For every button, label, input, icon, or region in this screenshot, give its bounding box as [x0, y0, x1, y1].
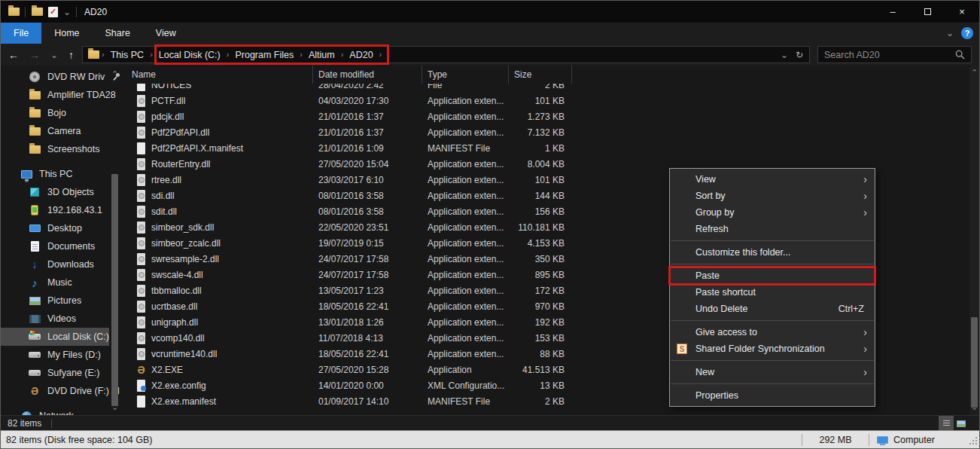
disc-drive-icon: [29, 71, 41, 83]
breadcrumb-item[interactable]: This PC: [105, 50, 149, 60]
menu-item-refresh[interactable]: Refresh: [670, 221, 875, 237]
file-date: 14/01/2020 0:00: [313, 380, 422, 391]
menu-item-properties[interactable]: Properties: [670, 387, 875, 404]
list-scrollbar[interactable]: ⌃ ⌄: [969, 66, 979, 415]
tab-home[interactable]: Home: [41, 23, 92, 44]
back-button[interactable]: ←: [8, 50, 19, 60]
file-row[interactable]: Pdf2PdfAPI.dll21/01/2016 1:37Application…: [120, 124, 969, 140]
menu-item-customize-this-folder-[interactable]: Customize this folder...: [670, 244, 875, 261]
close-button[interactable]: ×: [945, 1, 979, 23]
page-shape: [137, 348, 145, 360]
file-row[interactable]: NOTICES28/04/2020 2:42File2 KB: [120, 84, 969, 93]
qat-properties-check-icon[interactable]: ✓: [48, 7, 58, 17]
qat-folder-icon[interactable]: [31, 6, 43, 18]
list-scrollbar-thumb[interactable]: [971, 317, 978, 408]
folder-icon: [29, 107, 41, 119]
file-row[interactable]: PCTF.dll04/03/2020 17:30Application exte…: [120, 93, 969, 108]
tab-view[interactable]: View: [143, 23, 189, 44]
menu-item-view[interactable]: View›: [670, 171, 875, 188]
sidebar-item-screenshots[interactable]: Screenshots: [1, 140, 109, 158]
breadcrumb-item[interactable]: Program Files: [230, 50, 299, 60]
file-config-icon: [136, 380, 146, 392]
sidebar-item-local-disk-c-[interactable]: Local Disk (C:): [1, 328, 109, 346]
forward-button[interactable]: →: [29, 50, 40, 60]
menu-item-new[interactable]: New›: [670, 364, 875, 380]
sidebar-item-pictures[interactable]: Pictures: [1, 292, 109, 310]
resize-grip[interactable]: [967, 435, 978, 445]
file-size: 2 KB: [509, 84, 572, 90]
menu-item-undo-delete[interactable]: Undo DeleteCtrl+Z: [670, 301, 875, 317]
address-bar[interactable]: ›This PC›Local Disk (C:)›Program Files›A…: [82, 46, 810, 63]
column-header-label: Name: [132, 69, 156, 80]
file-size: 970 KB: [509, 301, 572, 312]
file-name-cell: X2.exe.config: [120, 380, 313, 392]
sidebar-item-desktop[interactable]: Desktop: [1, 219, 109, 237]
sidebar-item-this-pc[interactable]: This PC: [1, 165, 109, 183]
sidebar-item-bojo[interactable]: Bojo: [1, 104, 109, 122]
sidebar-item-label: Amplifier TDA28: [47, 90, 116, 100]
breadcrumb-item[interactable]: Local Disk (C:): [154, 50, 226, 60]
file-row[interactable]: pdcjk.dll21/01/2016 1:37Application exte…: [120, 108, 969, 124]
page-shape: [137, 316, 145, 328]
refresh-icon[interactable]: ↻: [796, 50, 803, 60]
column-header-date-modified[interactable]: Date modified: [313, 66, 422, 84]
sidebar-item-camera[interactable]: Camera: [1, 122, 109, 140]
sidebar-item-3d-objects[interactable]: 3D Objects: [1, 183, 109, 201]
file-name-cell: PCTF.dll: [120, 95, 313, 107]
details-view-button[interactable]: [939, 416, 954, 431]
sidebar-item-amplifier-tda28[interactable]: Amplifier TDA28: [1, 86, 109, 104]
scroll-up-icon[interactable]: ⌃: [110, 70, 120, 81]
menu-item-sort-by[interactable]: Sort by›: [670, 188, 875, 204]
scroll-down-icon[interactable]: ⌄: [969, 403, 979, 414]
file-type: Application exten...: [422, 127, 509, 138]
file-date: 24/07/2017 17:58: [313, 254, 422, 264]
address-dropdown-icon[interactable]: ⌄: [781, 50, 788, 60]
sidebar-item-videos[interactable]: Videos: [1, 310, 109, 328]
menu-item-group-by[interactable]: Group by›: [670, 204, 875, 221]
file-name: sdit.dll: [151, 206, 177, 217]
menu-item-paste-shortcut[interactable]: Paste shortcut: [670, 284, 875, 301]
sidebar-item-my-files-d-[interactable]: My Files (D:): [1, 346, 109, 364]
sidebar-scrollbar[interactable]: ⌃ ⌄: [110, 66, 120, 415]
column-header-type[interactable]: Type: [422, 66, 509, 84]
sidebar-item-dvd-rw-driv[interactable]: DVD RW Driv: [1, 68, 109, 86]
scroll-up-icon[interactable]: ⌃: [969, 69, 979, 79]
help-icon[interactable]: ?: [961, 27, 973, 39]
search-icon[interactable]: [955, 50, 971, 60]
qat-dropdown-icon[interactable]: ⌄: [63, 8, 71, 17]
column-header-size[interactable]: Size: [509, 66, 572, 84]
sidebar-item-network[interactable]: Network: [1, 407, 109, 415]
up-button[interactable]: ↑: [68, 50, 74, 60]
recent-locations-icon[interactable]: ⌄: [50, 50, 58, 60]
scroll-down-icon[interactable]: ⌄: [110, 403, 120, 414]
menu-item-give-access-to[interactable]: Give access to›: [670, 324, 875, 341]
file-type: Application exten...: [422, 159, 509, 170]
sidebar-item-sufyane-e-[interactable]: Sufyane (E:): [1, 364, 109, 382]
sidebar-item-dvd-drive-f-al[interactable]: ƏDVD Drive (F:) Al: [1, 382, 109, 400]
tab-share[interactable]: Share: [93, 23, 143, 44]
file-name: NOTICES: [151, 84, 191, 90]
ribbon-expand-icon[interactable]: ⌄: [946, 29, 954, 38]
large-icons-view-button[interactable]: [954, 416, 969, 431]
sidebar-scrollbar-thumb[interactable]: [111, 174, 118, 406]
sidebar-item-documents[interactable]: Documents: [1, 237, 109, 255]
menu-item-paste[interactable]: Paste: [670, 267, 875, 284]
file-size: 110.181 KB: [509, 222, 572, 233]
tab-file[interactable]: File: [1, 23, 41, 44]
menu-item-shared-folder-synchronization[interactable]: SShared Folder Synchronization›: [670, 341, 875, 357]
file-name-cell: X2.exe.manifest: [120, 396, 313, 408]
menu-item-label: Customize this folder...: [695, 247, 867, 258]
sidebar-item-192-168-43-1[interactable]: 192.168.43.1: [1, 201, 109, 219]
file-row[interactable]: Pdf2PdfAPI.X.manifest21/01/2016 1:09MANI…: [120, 140, 969, 156]
sidebar-item-downloads[interactable]: ↓Downloads: [1, 255, 109, 273]
breadcrumb-item[interactable]: Altium: [303, 50, 340, 60]
minimize-button[interactable]: –: [875, 1, 910, 23]
column-header-name[interactable]: Name⌃: [120, 66, 313, 84]
sidebar-item-music[interactable]: ♪Music: [1, 273, 109, 292]
file-date: 21/01/2016 1:09: [313, 143, 422, 154]
file-size: 144 KB: [509, 191, 572, 201]
search-input[interactable]: [818, 50, 955, 60]
menu-item-label: Properties: [695, 390, 867, 401]
maximize-button[interactable]: [910, 1, 945, 23]
breadcrumb-item[interactable]: AD20: [344, 50, 378, 60]
